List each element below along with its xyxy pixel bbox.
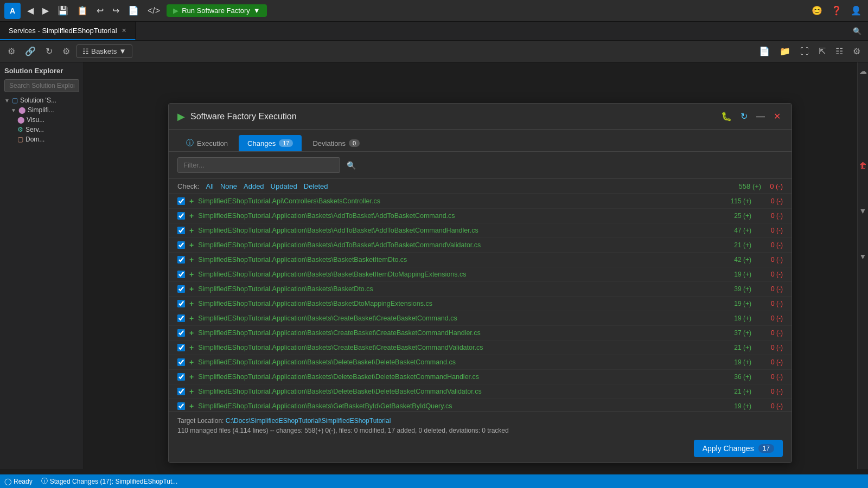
run-button[interactable]: ▶ Run Software Factory ▼ [167, 4, 267, 17]
redo-icon[interactable]: ↪ [110, 3, 122, 18]
solution-item-simplifi[interactable]: ▼ ⬤ Simplifi... [0, 105, 84, 115]
global-search[interactable]: 🔍 [846, 22, 868, 40]
filter-input[interactable] [177, 157, 340, 173]
file-name[interactable]: SimplifiedEShopTutorial.Application\Bask… [198, 212, 714, 220]
file-checkbox[interactable] [177, 329, 185, 337]
check-deleted[interactable]: Deleted [304, 182, 328, 190]
doc-icon[interactable]: 📄 [756, 44, 773, 59]
back-icon[interactable]: ◀ [25, 3, 36, 18]
dropdown-arrow-2[interactable]: ▼ [859, 252, 867, 261]
user-icon[interactable]: 👤 [848, 3, 864, 18]
file-checkbox[interactable] [177, 373, 185, 381]
check-added[interactable]: Added [244, 182, 264, 190]
check-none[interactable]: None [220, 182, 237, 190]
file-deleted-stat: 0 (-) [756, 271, 783, 278]
top-toolbar: A ◀ ▶ 💾 📋 ↩ ↪ 📄 </> ▶ Run Software Facto… [0, 0, 868, 22]
staged-changes-status[interactable]: ⓘ Staged Changes (17): SimplifiedEShopTu… [41, 477, 178, 486]
table-row: + SimplifiedEShopTutorial.Application\Ba… [169, 326, 792, 341]
solution-item-serv[interactable]: ⚙ Serv... [0, 125, 84, 134]
tab-close-icon[interactable]: ✕ [122, 27, 126, 34]
dialog-refresh-icon[interactable]: ↻ [738, 110, 750, 123]
settings-icon[interactable]: ⚙ [4, 44, 18, 59]
file-checkbox[interactable] [177, 271, 185, 278]
file-checkbox[interactable] [177, 402, 185, 410]
table-row: + SimplifiedEShopTutorial.Application\Ba… [169, 223, 792, 238]
staged-icon: ⓘ [41, 477, 48, 486]
added-icon: + [189, 329, 194, 337]
file-checkbox[interactable] [177, 388, 185, 395]
save-icon[interactable]: 💾 [55, 3, 71, 18]
ready-status[interactable]: ◯ Ready [4, 478, 33, 485]
table-row: + SimplifiedEShopTutorial.Application\Ba… [169, 370, 792, 384]
file-name[interactable]: SimplifiedEShopTutorial.Application\Bask… [198, 300, 714, 307]
cloud-icon[interactable]: ☁ [859, 67, 867, 75]
file-name[interactable]: SimplifiedEShopTutorial.Application\Bask… [198, 329, 714, 337]
emoji-icon[interactable]: 😊 [809, 3, 825, 18]
tab-deviations[interactable]: Deviations 0 [304, 135, 368, 151]
file-name[interactable]: SimplifiedEShopTutorial.Application\Bask… [198, 241, 714, 249]
check-all[interactable]: All [206, 182, 213, 190]
dialog-title: Software Factory Execution [190, 112, 713, 121]
file-icon[interactable]: 📄 [126, 3, 141, 18]
main-tab[interactable]: Services - SimplifiedEShopTutorial ✕ [0, 22, 136, 40]
added-icon: + [189, 285, 194, 293]
layout-icon[interactable]: ☷ [832, 44, 846, 59]
file-name[interactable]: SimplifiedEShopTutorial.Application\Bask… [198, 373, 714, 381]
baskets-dropdown[interactable]: ☷ Baskets ▼ [76, 44, 132, 58]
file-name[interactable]: SimplifiedEShopTutorial.Application\Bask… [198, 227, 714, 234]
file-added-stat: 21 (+) [719, 241, 751, 249]
file-name[interactable]: SimplifiedEShopTutorial.Application\Bask… [198, 285, 714, 293]
file-name[interactable]: SimplifiedEShopTutorial.Application\Bask… [198, 402, 714, 410]
tab-execution[interactable]: ⓘ Execution [177, 135, 237, 151]
file-checkbox[interactable] [177, 212, 185, 220]
apply-changes-button[interactable]: Apply Changes 17 [694, 440, 783, 457]
expand-icon[interactable]: ⛶ [797, 44, 812, 59]
dropdown-arrow-1[interactable]: ▼ [859, 207, 867, 215]
file-name[interactable]: SimplifiedEShopTutorial.Application\Bask… [198, 314, 714, 322]
refresh-icon[interactable]: ↻ [42, 44, 56, 59]
file-checkbox[interactable] [177, 256, 185, 264]
filter-search-button[interactable]: 🔍 [344, 159, 358, 172]
forward-icon[interactable]: ▶ [40, 3, 51, 18]
added-icon: + [189, 211, 194, 220]
help-icon[interactable]: ❓ [829, 3, 844, 18]
trash-icon[interactable]: 🗑 [859, 161, 867, 170]
solution-root[interactable]: ▼ ▢ Solution 'S... [0, 95, 84, 105]
run-dropdown-arrow[interactable]: ▼ [253, 7, 260, 15]
bug-icon[interactable]: 🐛 [719, 110, 734, 123]
file-checkbox[interactable] [177, 358, 185, 366]
undo-icon[interactable]: ↩ [94, 3, 106, 18]
file-deleted-stat: 0 (-) [756, 197, 783, 205]
config-icon[interactable]: ⚙ [850, 44, 864, 59]
file-checkbox[interactable] [177, 197, 185, 205]
file-name[interactable]: SimplifiedEShopTutorial.Application\Bask… [198, 271, 714, 278]
file-name[interactable]: SimplifiedEShopTutorial.Api\Controllers\… [198, 197, 714, 205]
app-logo[interactable]: A [4, 3, 21, 19]
connection-icon[interactable]: 🔗 [22, 44, 39, 59]
status-bar: ◯ Ready ⓘ Staged Changes (17): Simplifie… [0, 474, 868, 488]
gear-icon[interactable]: ⚙ [59, 44, 73, 59]
solution-item-visu[interactable]: ⬤ Visu... [0, 115, 84, 125]
fullscreen-icon[interactable]: ⇱ [815, 44, 829, 59]
file-checkbox[interactable] [177, 285, 185, 293]
minimize-icon[interactable]: — [754, 111, 767, 123]
file-checkbox[interactable] [177, 314, 185, 322]
solution-search-input[interactable] [4, 79, 79, 92]
file-checkbox[interactable] [177, 227, 185, 234]
file-name[interactable]: SimplifiedEShopTutorial.Application\Bask… [198, 344, 714, 351]
tab-changes[interactable]: Changes 17 [239, 135, 302, 151]
folder-icon[interactable]: 📁 [776, 44, 794, 59]
code-icon[interactable]: </> [145, 4, 162, 18]
copy-icon[interactable]: 📋 [75, 3, 90, 18]
solution-item-dom[interactable]: ▢ Dom... [0, 134, 84, 144]
file-name[interactable]: SimplifiedEShopTutorial.Application\Bask… [198, 388, 714, 395]
file-checkbox[interactable] [177, 300, 185, 307]
file-name[interactable]: SimplifiedEShopTutorial.Application\Bask… [198, 358, 714, 366]
summary-line: 110 managed files (4,114 lines) -- chang… [177, 427, 783, 434]
file-name[interactable]: SimplifiedEShopTutorial.Application\Bask… [198, 256, 714, 264]
dialog-close-icon[interactable]: ✕ [771, 110, 783, 123]
check-updated[interactable]: Updated [271, 182, 297, 190]
file-checkbox[interactable] [177, 344, 185, 351]
added-icon: + [189, 241, 194, 249]
file-checkbox[interactable] [177, 241, 185, 249]
